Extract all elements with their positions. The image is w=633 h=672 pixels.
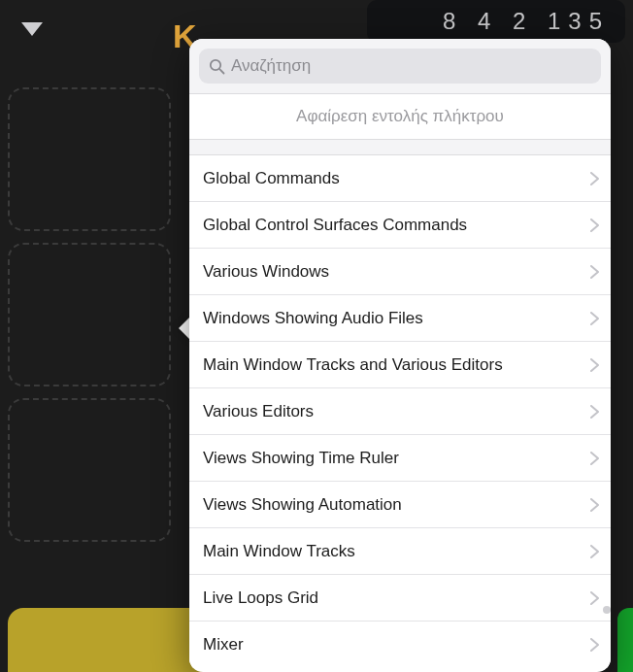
- category-views-time-ruler[interactable]: Views Showing Time Ruler: [189, 435, 611, 482]
- chevron-right-icon: [590, 218, 599, 232]
- chevron-right-icon: [590, 405, 599, 419]
- category-label: Various Editors: [203, 402, 314, 421]
- remove-key-command-label: Αφαίρεση εντολής πλήκτρου: [296, 107, 504, 126]
- section-spacer: [189, 140, 611, 155]
- category-global-commands[interactable]: Global Commands: [189, 155, 611, 202]
- category-label: Views Showing Automation: [203, 495, 402, 515]
- svg-marker-0: [21, 22, 43, 36]
- category-main-window-tracks-editors[interactable]: Main Window Tracks and Various Editors: [189, 342, 611, 388]
- chevron-right-icon: [590, 638, 599, 652]
- dropdown-caret-icon[interactable]: [21, 22, 43, 36]
- track-pad-yellow[interactable]: [8, 608, 206, 672]
- category-label: Live Loops Grid: [203, 588, 318, 608]
- position-counter-value: 8 4 2 135: [443, 8, 610, 35]
- chevron-right-icon: [590, 545, 599, 558]
- commands-popover: Αφαίρεση εντολής πλήκτρου Global Command…: [189, 39, 611, 672]
- remove-key-command-button[interactable]: Αφαίρεση εντολής πλήκτρου: [189, 93, 611, 140]
- category-label: Main Window Tracks and Various Editors: [203, 355, 503, 375]
- category-views-automation[interactable]: Views Showing Automation: [189, 482, 611, 528]
- chevron-right-icon: [590, 498, 599, 512]
- search-input[interactable]: [231, 56, 591, 76]
- category-label: Various Windows: [203, 262, 329, 282]
- chevron-right-icon: [590, 312, 599, 325]
- category-global-control-surfaces[interactable]: Global Control Surfaces Commands: [189, 202, 611, 249]
- category-main-window-tracks[interactable]: Main Window Tracks: [189, 528, 611, 575]
- category-label: Views Showing Time Ruler: [203, 449, 399, 468]
- position-counter[interactable]: 8 4 2 135: [367, 0, 625, 43]
- category-various-editors[interactable]: Various Editors: [189, 388, 611, 435]
- track-pad-green[interactable]: [617, 608, 633, 672]
- chevron-right-icon: [590, 358, 599, 372]
- category-various-windows[interactable]: Various Windows: [189, 249, 611, 295]
- empty-slot[interactable]: [8, 398, 171, 542]
- chevron-right-icon: [590, 591, 599, 605]
- scroll-indicator-icon: [603, 606, 611, 614]
- search-field[interactable]: [199, 49, 601, 84]
- chevron-right-icon: [590, 265, 599, 279]
- category-label: Main Window Tracks: [203, 542, 355, 561]
- category-mixer[interactable]: Mixer: [189, 622, 611, 668]
- search-icon: [209, 58, 225, 75]
- search-container: [189, 39, 611, 93]
- category-label: Global Control Surfaces Commands: [203, 216, 467, 235]
- empty-slot[interactable]: [8, 243, 171, 386]
- commands-category-list: Global Commands Global Control Surfaces …: [189, 155, 611, 668]
- category-windows-audio-files[interactable]: Windows Showing Audio Files: [189, 295, 611, 342]
- category-live-loops-grid[interactable]: Live Loops Grid: [189, 575, 611, 622]
- category-label: Global Commands: [203, 169, 340, 188]
- empty-slot[interactable]: [8, 87, 171, 231]
- chevron-right-icon: [590, 172, 599, 185]
- category-label: Windows Showing Audio Files: [203, 309, 423, 328]
- svg-line-2: [219, 69, 223, 73]
- chevron-right-icon: [590, 452, 599, 465]
- category-label: Mixer: [203, 635, 244, 655]
